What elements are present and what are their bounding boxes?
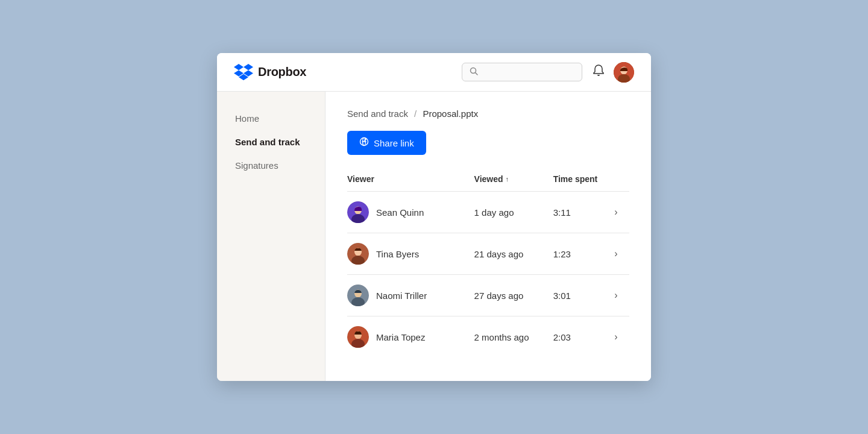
col-header-time-spent: Time spent: [553, 169, 610, 192]
breadcrumb-parent: Send and track: [347, 108, 408, 119]
time-cell-2: 1:23: [553, 233, 610, 275]
search-input[interactable]: [483, 68, 574, 77]
breadcrumb-separator: /: [414, 108, 417, 119]
sidebar: Home Send and track Signatures: [217, 92, 326, 381]
action-cell-4: ›: [609, 316, 629, 358]
share-link-label: Share link: [374, 138, 414, 148]
sort-arrow-icon: ↑: [506, 175, 509, 183]
row-expand-button-1[interactable]: ›: [609, 204, 622, 220]
col-header-viewer: Viewer: [347, 169, 474, 192]
col-header-viewed[interactable]: Viewed ↑: [474, 169, 553, 192]
row-expand-button-2[interactable]: ›: [609, 246, 622, 262]
app-window: Dropbox: [217, 53, 651, 381]
viewer-name-1: Sean Quinn: [376, 207, 424, 218]
breadcrumb-current: Proposal.pptx: [423, 108, 478, 119]
viewer-name-4: Maria Topez: [376, 332, 425, 342]
viewer-cell-3: Naomi Triller: [347, 275, 474, 316]
table-body: Sean Quinn 1 day ago 3:11 › Tina Byers 2…: [347, 192, 629, 358]
content-area: Send and track / Proposal.pptx Share lin…: [326, 92, 651, 381]
viewer-cell-2: Tina Byers: [347, 233, 474, 275]
table-row: Naomi Triller 27 days ago 3:01 ›: [347, 275, 629, 316]
viewer-name-3: Naomi Triller: [376, 291, 427, 301]
viewed-cell-4: 2 months ago: [474, 316, 553, 358]
time-cell-4: 2:03: [553, 316, 610, 358]
logo-text: Dropbox: [258, 65, 306, 79]
viewed-cell-1: 1 day ago: [474, 192, 553, 233]
main-layout: Home Send and track Signatures Send and …: [217, 92, 651, 381]
table-row: Sean Quinn 1 day ago 3:11 ›: [347, 192, 629, 233]
col-header-action: [609, 169, 629, 192]
search-bar[interactable]: [462, 63, 582, 81]
viewer-cell-4: Maria Topez: [347, 316, 474, 358]
breadcrumb: Send and track / Proposal.pptx: [347, 108, 629, 119]
table-row: Maria Topez 2 months ago 2:03 ›: [347, 316, 629, 358]
search-icon: [470, 67, 478, 77]
viewer-avatar-4: [347, 326, 369, 348]
table-row: Tina Byers 21 days ago 1:23 ›: [347, 233, 629, 275]
viewed-cell-2: 21 days ago: [474, 233, 553, 275]
time-cell-3: 3:01: [553, 275, 610, 316]
action-cell-1: ›: [609, 192, 629, 233]
time-cell-1: 3:11: [553, 192, 610, 233]
share-link-button[interactable]: Share link: [347, 131, 426, 155]
sidebar-item-signatures[interactable]: Signatures: [229, 156, 313, 175]
action-cell-3: ›: [609, 275, 629, 316]
svg-line-1: [476, 73, 478, 75]
viewer-cell-1: Sean Quinn: [347, 192, 474, 233]
notification-bell-icon[interactable]: [592, 64, 605, 80]
row-expand-button-3[interactable]: ›: [609, 288, 622, 303]
viewers-table: Viewer Viewed ↑ Time spent: [347, 169, 629, 357]
viewer-avatar-1: [347, 201, 369, 223]
viewer-avatar-3: [347, 285, 369, 306]
sidebar-item-send-and-track[interactable]: Send and track: [229, 132, 313, 152]
share-link-icon: [359, 137, 369, 149]
dropbox-logo-icon: [234, 64, 253, 81]
user-avatar[interactable]: [614, 62, 634, 83]
action-cell-2: ›: [609, 233, 629, 275]
logo-area: Dropbox: [234, 64, 462, 81]
table-header-row: Viewer Viewed ↑ Time spent: [347, 169, 629, 192]
viewer-avatar-2: [347, 243, 369, 265]
viewed-cell-3: 27 days ago: [474, 275, 553, 316]
viewer-name-2: Tina Byers: [376, 249, 419, 259]
row-expand-button-4[interactable]: ›: [609, 329, 622, 345]
header: Dropbox: [217, 53, 651, 92]
header-icons: [592, 62, 634, 83]
sidebar-item-home[interactable]: Home: [229, 108, 313, 128]
